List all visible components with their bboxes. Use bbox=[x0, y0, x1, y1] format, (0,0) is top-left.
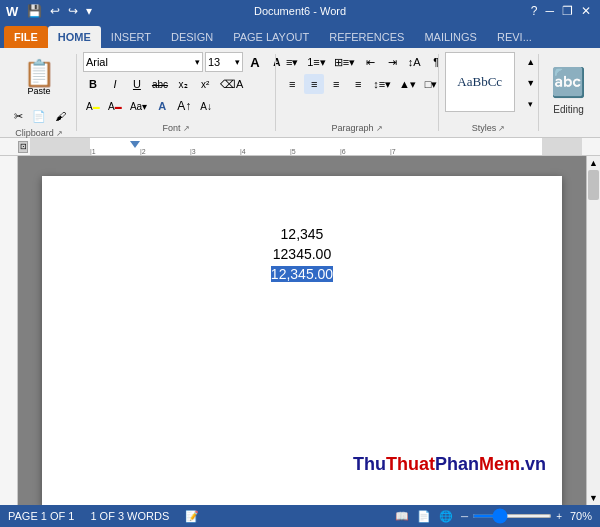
font-size-arrow: ▾ bbox=[235, 57, 240, 67]
scroll-thumb[interactable] bbox=[588, 170, 599, 200]
tab-home[interactable]: HOME bbox=[48, 26, 101, 48]
tab-references[interactable]: REFERENCES bbox=[319, 26, 414, 48]
font-size-value: 13 bbox=[208, 56, 220, 68]
change-case-button[interactable]: Aa▾ bbox=[127, 96, 150, 116]
restore-button[interactable]: ❐ bbox=[559, 3, 576, 19]
editing-group: 🔤 Editing bbox=[541, 50, 596, 135]
underline-button[interactable]: U bbox=[127, 74, 147, 94]
zoom-slider-area[interactable]: ─ + bbox=[461, 511, 562, 522]
tab-insert[interactable]: INSERT bbox=[101, 26, 161, 48]
status-bar-right: 📖 📄 🌐 ─ + 70% bbox=[395, 510, 592, 523]
subscript-button[interactable]: x₂ bbox=[173, 74, 193, 94]
cut-button[interactable]: ✂ bbox=[8, 106, 28, 126]
indent-decrease-button[interactable]: ⇤ bbox=[360, 52, 380, 72]
print-layout-button[interactable]: 📄 bbox=[417, 510, 431, 523]
text-line-2: 12345.00 bbox=[42, 246, 562, 262]
paste-icon: 📋 bbox=[23, 60, 55, 86]
sort-button[interactable]: ↕A bbox=[404, 52, 424, 72]
indent-marker[interactable] bbox=[130, 141, 140, 148]
font-grow-button[interactable]: A bbox=[245, 52, 265, 72]
text-effect-button[interactable]: A bbox=[152, 96, 172, 116]
editing-icon: 🔤 bbox=[551, 66, 586, 99]
clear-format-button[interactable]: ⌫A bbox=[217, 74, 246, 94]
font-label: Font bbox=[163, 123, 181, 133]
font-color-button[interactable]: A▬ bbox=[105, 96, 125, 116]
divider-4 bbox=[538, 54, 539, 131]
tab-design[interactable]: DESIGN bbox=[161, 26, 223, 48]
paragraph-group: ≡▾ 1≡▾ ⊞≡▾ ⇤ ⇥ ↕A ¶ ≡ ≡ ≡ ≡ ↕≡▾ ▲▾ □▾ Pa… bbox=[278, 50, 436, 135]
align-left-button[interactable]: ≡ bbox=[282, 74, 302, 94]
multilevel-button[interactable]: ⊞≡▾ bbox=[331, 52, 358, 72]
redo-button[interactable]: ↪ bbox=[65, 3, 81, 19]
font-expand-icon[interactable]: ↗ bbox=[183, 124, 190, 133]
numbering-button[interactable]: 1≡▾ bbox=[304, 52, 329, 72]
clipboard-group: 📋 Paste ✂ 📄 🖌 Clipboard ↗ bbox=[4, 50, 74, 135]
paste-button[interactable]: 📋 Paste bbox=[15, 52, 63, 104]
font-size-combo[interactable]: 13 ▾ bbox=[205, 52, 243, 72]
divider-3 bbox=[438, 54, 439, 131]
text-line-3: 12,345.00 bbox=[42, 266, 562, 282]
selected-text: 12,345.00 bbox=[271, 266, 333, 282]
align-right-button[interactable]: ≡ bbox=[326, 74, 346, 94]
font-name-value: Arial bbox=[86, 56, 108, 68]
styles-label: Styles bbox=[472, 123, 497, 133]
zoom-plus[interactable]: + bbox=[556, 511, 562, 522]
italic-button[interactable]: I bbox=[105, 74, 125, 94]
superscript-button[interactable]: x² bbox=[195, 74, 215, 94]
tab-page-layout[interactable]: PAGE LAYOUT bbox=[223, 26, 319, 48]
side-ruler bbox=[0, 156, 18, 505]
zoom-level: 70% bbox=[570, 510, 592, 522]
font-grow2-button[interactable]: A↑ bbox=[174, 96, 194, 116]
text-line-1: 12,345 bbox=[42, 226, 562, 242]
shading-button[interactable]: ▲▾ bbox=[396, 74, 419, 94]
align-center-button[interactable]: ≡ bbox=[304, 74, 324, 94]
paragraph-expand-icon[interactable]: ↗ bbox=[376, 124, 383, 133]
font-group: Arial ▾ 13 ▾ A A B I U abc x₂ x² ⌫A bbox=[79, 50, 273, 135]
paste-label: Paste bbox=[27, 86, 50, 96]
title-bar: W 💾 ↩ ↪ ▾ Document6 - Word ? ─ ❐ ✕ bbox=[0, 0, 600, 22]
divider-1 bbox=[76, 54, 77, 131]
copy-button[interactable]: 📄 bbox=[29, 106, 49, 126]
ruler-toggle[interactable]: ⊡ bbox=[18, 141, 28, 153]
line-spacing-button[interactable]: ↕≡▾ bbox=[370, 74, 394, 94]
save-button[interactable]: 💾 bbox=[24, 3, 45, 19]
strikethrough-button[interactable]: abc bbox=[149, 74, 171, 94]
clipboard-expand-icon[interactable]: ↗ bbox=[56, 129, 63, 138]
styles-expand-icon[interactable]: ↗ bbox=[498, 124, 505, 133]
tab-mailings[interactable]: MAILINGS bbox=[414, 26, 487, 48]
scrollbar[interactable]: ▲ ▼ bbox=[586, 156, 600, 505]
word-count: 1 OF 3 WORDS bbox=[90, 510, 169, 522]
clipboard-label: Clipboard bbox=[15, 128, 54, 138]
bold-button[interactable]: B bbox=[83, 74, 103, 94]
font-name-combo[interactable]: Arial ▾ bbox=[83, 52, 203, 72]
close-button[interactable]: ✕ bbox=[578, 3, 594, 19]
ruler: ⊡ |1 |2 |3 |4 |5 |6 |7 bbox=[0, 138, 600, 156]
paragraph-label: Paragraph bbox=[331, 123, 373, 133]
zoom-minus[interactable]: ─ bbox=[461, 511, 468, 522]
justify-button[interactable]: ≡ bbox=[348, 74, 368, 94]
bullets-button[interactable]: ≡▾ bbox=[282, 52, 302, 72]
scroll-down-button[interactable]: ▼ bbox=[587, 491, 600, 505]
document-page[interactable]: 12,345 12345.00 12,345.00 bbox=[42, 176, 562, 505]
indent-increase-button[interactable]: ⇥ bbox=[382, 52, 402, 72]
zoom-slider[interactable] bbox=[472, 514, 552, 518]
scroll-up-button[interactable]: ▲ bbox=[587, 156, 600, 170]
help-button[interactable]: ? bbox=[528, 3, 541, 19]
editing-label: Editing bbox=[553, 104, 584, 115]
format-painter-button[interactable]: 🖌 bbox=[50, 106, 70, 126]
styles-preview[interactable]: AaBbCc bbox=[445, 52, 515, 112]
document-area: 12,345 12345.00 12,345.00 ThuThuatPhanMe… bbox=[0, 156, 600, 505]
ribbon-tabs: FILE HOME INSERT DESIGN PAGE LAYOUT REFE… bbox=[0, 22, 600, 48]
text-highlight-button[interactable]: A▬ bbox=[83, 96, 103, 116]
font-shrink2-button[interactable]: A↓ bbox=[196, 96, 216, 116]
web-layout-button[interactable]: 🌐 bbox=[439, 510, 453, 523]
page-info: PAGE 1 OF 1 bbox=[8, 510, 74, 522]
tab-review[interactable]: REVI... bbox=[487, 26, 542, 48]
qa-dropdown-button[interactable]: ▾ bbox=[83, 3, 95, 19]
read-mode-button[interactable]: 📖 bbox=[395, 510, 409, 523]
font-name-arrow: ▾ bbox=[195, 57, 200, 67]
undo-button[interactable]: ↩ bbox=[47, 3, 63, 19]
scroll-area[interactable]: 12,345 12345.00 12,345.00 ThuThuatPhanMe… bbox=[18, 156, 586, 505]
tab-file[interactable]: FILE bbox=[4, 26, 48, 48]
minimize-button[interactable]: ─ bbox=[542, 3, 557, 19]
